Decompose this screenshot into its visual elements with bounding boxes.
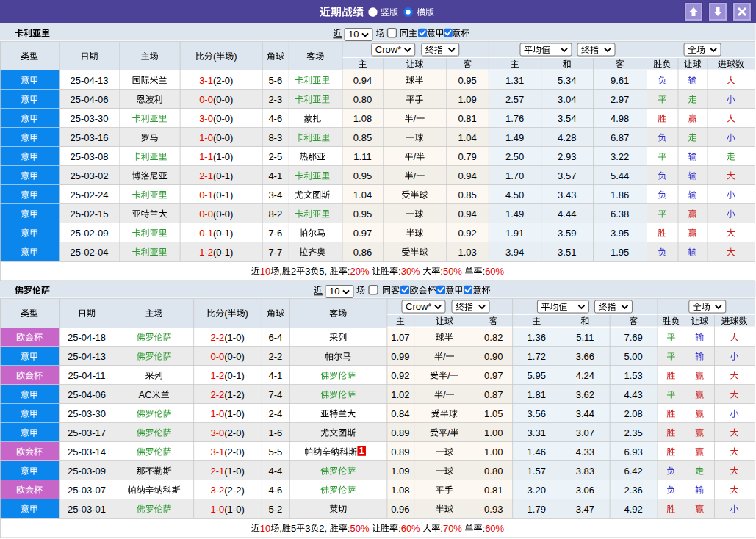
svg-text:3.47: 3.47: [576, 504, 594, 515]
svg-text:2-2: 2-2: [210, 389, 224, 400]
svg-text:1.72: 1.72: [528, 351, 546, 362]
svg-text:0.95: 0.95: [458, 75, 476, 86]
svg-text:4-6: 4-6: [269, 485, 283, 496]
svg-text:1-2: 1-2: [210, 370, 224, 381]
svg-text:/: /: [447, 370, 450, 381]
svg-text:2.97: 2.97: [611, 94, 629, 105]
svg-text:0.97: 0.97: [353, 228, 372, 239]
svg-text:2.35: 2.35: [624, 427, 642, 438]
svg-text:2.36: 2.36: [624, 485, 642, 496]
svg-text:): ): [234, 51, 237, 62]
svg-text:1: 1: [359, 446, 364, 456]
svg-text:6.87: 6.87: [611, 132, 629, 143]
svg-text:0.82: 0.82: [484, 332, 503, 343]
svg-text:0.81: 0.81: [458, 113, 476, 124]
svg-text:50%: 50%: [443, 266, 462, 277]
svg-text:/: /: [443, 389, 446, 400]
svg-text:8-3: 8-3: [268, 132, 282, 143]
svg-text:3.20: 3.20: [528, 485, 546, 496]
svg-text:0-0: 0-0: [199, 209, 213, 220]
svg-text:5.34: 5.34: [558, 75, 576, 86]
svg-text:8-2: 8-2: [268, 209, 282, 220]
svg-text:25-03-08: 25-03-08: [70, 151, 108, 162]
svg-text:1.02: 1.02: [391, 389, 409, 400]
svg-text:25-03-16: 25-03-16: [70, 132, 108, 143]
svg-text:1.53: 1.53: [624, 370, 642, 381]
svg-text:1-1: 1-1: [199, 151, 213, 162]
svg-text:25-03-17: 25-03-17: [68, 427, 106, 438]
svg-text:3.95: 3.95: [611, 228, 629, 239]
svg-text:/: /: [443, 351, 446, 362]
svg-text:1.08: 1.08: [391, 485, 409, 496]
svg-text:7-4: 7-4: [269, 389, 283, 400]
svg-text:30%: 30%: [401, 266, 420, 277]
svg-text:0.95: 0.95: [353, 209, 372, 220]
svg-text:25-02-15: 25-02-15: [70, 209, 108, 220]
svg-text:): ): [245, 308, 248, 319]
svg-text:25-03-07: 25-03-07: [68, 485, 106, 496]
svg-text:2.50: 2.50: [505, 151, 524, 162]
svg-text:5-6: 5-6: [268, 75, 282, 86]
svg-text:0.87: 0.87: [484, 389, 503, 400]
svg-text:(0-0): (0-0): [224, 351, 244, 362]
svg-text:4-6: 4-6: [268, 113, 282, 124]
svg-text:3: 3: [305, 523, 310, 534]
svg-text:1.09: 1.09: [458, 94, 476, 105]
svg-text:1.46: 1.46: [528, 446, 546, 457]
svg-text:(0-1): (0-1): [224, 370, 244, 381]
svg-text:4-1: 4-1: [269, 370, 283, 381]
svg-text:0.99: 0.99: [391, 351, 409, 362]
svg-text:2-5: 2-5: [268, 151, 282, 162]
svg-text:3.04: 3.04: [558, 94, 576, 105]
svg-text:4.44: 4.44: [558, 209, 576, 220]
svg-text:0.89: 0.89: [391, 446, 409, 457]
svg-text:(: (: [224, 308, 228, 319]
svg-text:3.59: 3.59: [558, 228, 576, 239]
svg-text:3-1: 3-1: [199, 75, 213, 86]
svg-text:(0-0): (0-0): [213, 209, 233, 220]
svg-text:2-1: 2-1: [199, 170, 213, 181]
svg-text:4.43: 4.43: [624, 389, 642, 400]
svg-text:1-0: 1-0: [210, 408, 224, 419]
svg-text:3.07: 3.07: [576, 427, 594, 438]
svg-text:2: 2: [319, 523, 324, 534]
svg-text:AC: AC: [139, 389, 152, 400]
svg-text:70%: 70%: [443, 523, 462, 534]
svg-text:1-2: 1-2: [199, 247, 213, 258]
svg-text:0.80: 0.80: [353, 94, 372, 105]
svg-text:0.85: 0.85: [353, 132, 372, 143]
svg-text:6-4: 6-4: [269, 332, 283, 343]
svg-text:3-0: 3-0: [210, 427, 224, 438]
svg-text:3.56: 3.56: [528, 408, 546, 419]
svg-text:4.98: 4.98: [611, 113, 629, 124]
svg-text:5: 5: [319, 266, 324, 277]
svg-text:(2-0): (2-0): [213, 75, 233, 86]
svg-text:25-04-13: 25-04-13: [68, 351, 106, 362]
svg-text:0.84: 0.84: [391, 408, 409, 419]
svg-text:5.11: 5.11: [576, 332, 594, 343]
svg-text:1-0: 1-0: [210, 504, 224, 515]
svg-text:,: ,: [325, 266, 328, 277]
svg-text:25-02-24: 25-02-24: [70, 189, 108, 200]
svg-text:4-1: 4-1: [268, 170, 282, 181]
svg-text:0.93: 0.93: [484, 504, 503, 515]
svg-text:1.04: 1.04: [458, 132, 476, 143]
svg-text:3.66: 3.66: [576, 351, 594, 362]
svg-text:3.62: 3.62: [576, 389, 594, 400]
svg-text:10: 10: [260, 523, 270, 534]
svg-text:0.92: 0.92: [391, 370, 409, 381]
svg-text:3: 3: [305, 266, 310, 277]
svg-text:25-02-04: 25-02-04: [70, 247, 108, 258]
svg-text:1-6: 1-6: [269, 427, 283, 438]
svg-text:10: 10: [329, 286, 339, 297]
svg-text:/: /: [414, 170, 417, 181]
svg-text:(0-0): (0-0): [213, 94, 233, 105]
svg-text:1.81: 1.81: [528, 389, 546, 400]
svg-text:10: 10: [348, 29, 359, 40]
svg-text:2-1: 2-1: [210, 466, 224, 477]
svg-text:,: ,: [279, 266, 282, 277]
svg-text:4.50: 4.50: [505, 189, 524, 200]
svg-text:1.36: 1.36: [528, 332, 546, 343]
svg-text:1.57: 1.57: [528, 466, 546, 477]
svg-text:2-2: 2-2: [210, 332, 224, 343]
